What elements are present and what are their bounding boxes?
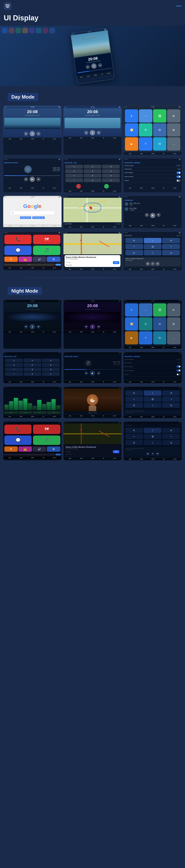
- night-prev-1[interactable]: ⏮: [24, 324, 28, 329]
- app-icon-photos[interactable]: 🖼: [153, 110, 166, 123]
- night-app-nav[interactable]: 🧭: [125, 317, 138, 331]
- bt-play[interactable]: ▶: [30, 177, 35, 182]
- night-app-more[interactable]: …: [167, 331, 180, 344]
- night-dial-1[interactable]: 1: [5, 359, 23, 362]
- dial-9[interactable]: 9: [102, 174, 120, 178]
- night-dial-8[interactable]: 8: [24, 368, 41, 371]
- night-nav-play[interactable]: ⏭: [156, 452, 160, 456]
- app-icon-bt[interactable]: B: [139, 123, 152, 136]
- app-icon-waze2[interactable]: W: [153, 137, 166, 150]
- bt-next[interactable]: ⏭: [36, 177, 41, 181]
- night-play-2[interactable]: ⏸: [90, 324, 95, 329]
- night-app-waze[interactable]: W: [153, 317, 166, 331]
- night-auto-connect-toggle[interactable]: [177, 369, 181, 372]
- dial-1[interactable]: 1: [65, 165, 83, 168]
- night-app-waze2[interactable]: W: [153, 331, 166, 344]
- night-bt-next[interactable]: ⏭: [97, 371, 101, 375]
- google-search-bar[interactable]: 🔍: [10, 211, 55, 215]
- night2-nav-center[interactable]: ⊙: [144, 434, 162, 439]
- dial-hash[interactable]: #: [102, 178, 120, 182]
- auto-answer-toggle[interactable]: [177, 172, 181, 174]
- answer-call-btn[interactable]: 📞: [104, 184, 109, 189]
- dial-2[interactable]: 2: [84, 165, 101, 168]
- day-prev-2[interactable]: ⏮: [84, 131, 88, 135]
- night-app-music[interactable]: ♪: [139, 303, 152, 316]
- end-call-btn[interactable]: 📵: [76, 184, 81, 189]
- nav-down-left[interactable]: ↙: [125, 250, 143, 255]
- night-dial-6[interactable]: 6: [42, 363, 60, 367]
- night-carplay-podcast[interactable]: 🎙: [4, 446, 18, 452]
- dial-8[interactable]: 8: [84, 174, 101, 178]
- dial-star[interactable]: *: [65, 178, 83, 182]
- night-carplay-messages[interactable]: 💬: [4, 435, 31, 445]
- night-app-youtube[interactable]: Y: [139, 331, 152, 344]
- night-next-1[interactable]: ⏭: [36, 324, 41, 329]
- nav-prev[interactable]: ⏮: [146, 262, 150, 266]
- night-nav-down-right[interactable]: ↘: [162, 403, 180, 408]
- night2-nav-right[interactable]: →: [162, 434, 180, 439]
- bt-prev[interactable]: ⏮: [24, 177, 28, 181]
- night2-nav-down-right[interactable]: ↘: [162, 440, 180, 445]
- night-dial-2[interactable]: 2: [24, 359, 41, 362]
- nav-up[interactable]: ↑: [144, 238, 162, 243]
- track-play[interactable]: ▶: [150, 213, 155, 218]
- power-toggle[interactable]: [177, 180, 181, 182]
- day-play-1[interactable]: ⏸: [30, 131, 35, 136]
- day-next-1[interactable]: ⏭: [36, 132, 41, 136]
- dial-4[interactable]: 4: [65, 169, 83, 173]
- night-next-2[interactable]: ⏭: [97, 324, 101, 329]
- night-dial-hash[interactable]: #: [42, 372, 60, 376]
- night-carplay-siri[interactable]: 🔊: [33, 446, 46, 452]
- night-nav-up[interactable]: ↑: [144, 391, 162, 396]
- night2-nav-up[interactable]: ↑: [144, 428, 162, 433]
- night-nav-down-left[interactable]: ↙: [125, 403, 143, 408]
- night-dial-star[interactable]: *: [5, 372, 23, 376]
- carplay-podcast-icon[interactable]: 🎙: [4, 256, 18, 262]
- night2-nav-up-right[interactable]: ↗: [162, 428, 180, 433]
- track-next[interactable]: ⏭: [157, 213, 161, 217]
- next-btn[interactable]: ⏭: [98, 63, 103, 67]
- carplay-siri-icon[interactable]: 🔊: [33, 256, 46, 262]
- day-next-2[interactable]: ⏭: [97, 131, 101, 135]
- night-nav-center[interactable]: ⊙: [144, 397, 162, 402]
- app-icon-telegram[interactable]: ✈: [125, 110, 138, 123]
- prev-btn[interactable]: ⏮: [85, 64, 90, 69]
- nav-center[interactable]: ⊙: [144, 244, 162, 249]
- carplay-maps-icon[interactable]: 🗺: [33, 235, 60, 244]
- dial-5[interactable]: 5: [84, 169, 101, 173]
- nav-down-right[interactable]: ↘: [162, 250, 180, 255]
- carplay-music-icon[interactable]: 🎵: [33, 246, 60, 255]
- night-carplay-settings[interactable]: ⚙: [47, 446, 60, 452]
- night-dial-0[interactable]: 0: [24, 372, 41, 376]
- night-app-settings[interactable]: ⚙: [167, 303, 180, 316]
- night-dial-5[interactable]: 5: [24, 363, 41, 367]
- night-carplay-music[interactable]: 🎵: [33, 435, 60, 445]
- night2-nav-down[interactable]: ↓: [144, 440, 162, 445]
- night-go-button[interactable]: GO: [113, 450, 119, 453]
- night-nav-right[interactable]: →: [162, 397, 180, 402]
- night-prev-2[interactable]: ⏮: [84, 324, 88, 329]
- night-nav-pause[interactable]: ⏸: [151, 452, 155, 456]
- app-icon-music2[interactable]: ♪: [139, 110, 152, 123]
- menu-icon[interactable]: [4, 2, 11, 10]
- carplay-phone-icon[interactable]: 📞: [4, 235, 31, 244]
- night-app-telegram[interactable]: ✈: [125, 303, 138, 316]
- dial-6[interactable]: 6: [102, 169, 120, 173]
- night-dial-7[interactable]: 7: [5, 368, 23, 371]
- night-carplay-radio[interactable]: 📻: [19, 446, 32, 452]
- night-nav-up-left[interactable]: ↖: [125, 391, 143, 396]
- night-nav-left[interactable]: ←: [125, 397, 143, 402]
- night2-nav-up-left[interactable]: ↖: [125, 428, 143, 433]
- app-icon-settings[interactable]: ⚙: [167, 110, 180, 123]
- night-auto-answer-toggle[interactable]: [177, 365, 181, 368]
- nav-up-left[interactable]: ↖: [125, 238, 143, 243]
- night-app-play[interactable]: ▶: [125, 331, 138, 344]
- app-icon-extra[interactable]: ⊞: [167, 123, 180, 136]
- night-carplay-maps[interactable]: 🗺: [33, 425, 60, 434]
- track-prev[interactable]: ⏮: [145, 213, 149, 217]
- night2-nav-left[interactable]: ←: [125, 434, 143, 439]
- dial-3[interactable]: 3: [102, 165, 120, 168]
- nav-up-right[interactable]: ↗: [162, 238, 180, 243]
- night-app-photos[interactable]: 🖼: [153, 303, 166, 316]
- google-search-btn[interactable]: Google Search: [20, 216, 31, 219]
